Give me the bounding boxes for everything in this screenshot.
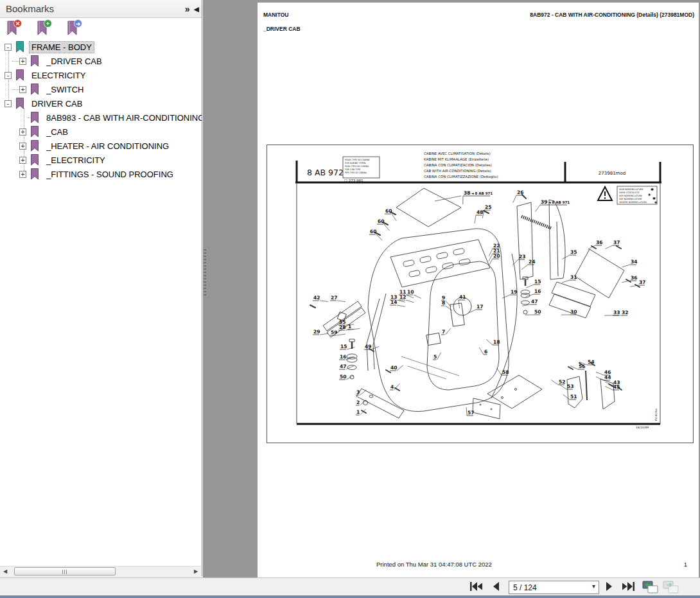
bookmarks-panel-title: Bookmarks: [6, 3, 54, 14]
bookmark-item[interactable]: +_SWITCH: [0, 82, 202, 96]
bookmark-item-label[interactable]: DRIVER CAB: [30, 98, 84, 109]
bookmark-item-label[interactable]: _SWITCH: [44, 84, 86, 95]
bookmark-item-label[interactable]: _FITTINGS - SOUND PROOFING: [44, 169, 175, 180]
bookmark-item[interactable]: -DRIVER CAB: [0, 96, 202, 110]
previous-page-button[interactable]: [491, 581, 505, 594]
bookmark-item[interactable]: +_DRIVER CAB: [0, 54, 202, 68]
drawing-title-line: KABINE MIT KLIMAALAGE (Einzelteile): [424, 157, 489, 161]
bookmark-item[interactable]: +_CAB: [0, 125, 202, 139]
expand-plus-icon[interactable]: +: [19, 128, 26, 136]
bookmark-ribbon-icon: [30, 112, 39, 123]
part-callout: 4: [390, 384, 394, 390]
delete-bookmark-button[interactable]: ✕: [6, 19, 22, 36]
goto-badge-icon: ➜: [74, 19, 82, 28]
window-bottom-edge: [0, 595, 700, 598]
horizontal-scrollbar[interactable]: ◀ ▶: [0, 566, 201, 576]
pdf-viewer-window: Bookmarks » ◀ ✕ + ➜: [0, 0, 700, 598]
scrollbar-thumb[interactable]: [14, 567, 116, 576]
part-callout: 18: [493, 339, 500, 345]
double-chevron-right-icon[interactable]: »: [185, 4, 189, 14]
cab-type-ref: ☐ 273 981: [344, 179, 363, 182]
part-callout: 16: [534, 288, 541, 294]
drawing-title-line: CABINA CON CLIMATIZACION (Detalles): [424, 163, 492, 167]
expand-plus-icon[interactable]: +: [19, 157, 26, 164]
part-callout: 16: [340, 354, 346, 360]
drawing-inner-border: [297, 182, 660, 424]
part-callout: 34: [631, 259, 637, 265]
bookmark-item-label[interactable]: FRAME - BODY: [30, 42, 94, 53]
goto-bookmark-button[interactable]: ➜: [67, 19, 82, 36]
add-bookmark-button[interactable]: +: [37, 19, 52, 36]
page-number-input[interactable]: 5 / 124 ▾: [509, 581, 599, 594]
asterisk-mark: ✱: [652, 196, 656, 200]
page-header-brand: MANITOU: [263, 12, 289, 18]
bookmark-item[interactable]: +_ELECTRICITY: [0, 153, 202, 167]
asterisk-mark: ✱: [648, 193, 651, 197]
bookmark-item[interactable]: 8AB983 - CAB WITH AIR-CONDITIONING: [0, 110, 202, 125]
part-callouts: 38◄ 8 AB 9712639◄ 8 AB 97125486060602221…: [313, 189, 645, 416]
bookmark-item[interactable]: -FRAME - BODY: [0, 40, 202, 54]
expand-plus-icon[interactable]: +: [19, 171, 26, 178]
next-page-button[interactable]: [604, 581, 618, 594]
part-callout: 32: [622, 310, 628, 315]
printed-on-text: Printed on Thu Mar 31 04:47:08 UTC 2022: [376, 561, 492, 568]
bookmark-item-label[interactable]: 8AB983 - CAB WITH AIR-CONDITIONING: [44, 112, 202, 123]
part-callout: 38◄ 8 AB 971: [464, 190, 493, 196]
bookmark-ribbon-icon: [30, 126, 39, 137]
expand-plus-icon[interactable]: +: [19, 58, 26, 65]
part-callout: 15: [340, 344, 347, 349]
collapse-panel-icon[interactable]: ◀: [194, 4, 198, 14]
bookmarks-tree: -FRAME - BODY+_DRIVER CAB-ELECTRICITY+_S…: [0, 40, 202, 563]
cab-type-note-line: POUR TYPE DE CABINE: [345, 159, 370, 161]
collapse-minus-icon[interactable]: -: [4, 72, 12, 79]
part-callout: 57: [468, 410, 474, 416]
part-callout: 36: [631, 275, 637, 281]
expand-plus-icon[interactable]: +: [19, 143, 26, 150]
part-callout: 48: [477, 209, 483, 215]
scroll-left-arrow-icon[interactable]: ◀: [1, 567, 10, 576]
last-page-button[interactable]: [622, 581, 636, 594]
nomenclature-note-line: SEE NOMENCLATURE: [619, 198, 642, 200]
first-page-button[interactable]: [469, 581, 483, 594]
part-callout: 52: [559, 379, 565, 385]
part-callout: 8: [442, 300, 445, 306]
expand-plus-icon[interactable]: +: [19, 86, 26, 93]
part-callout: 35: [570, 249, 577, 255]
part-callout: 60: [385, 208, 392, 214]
nomenclature-note-line: VOIR NOMENCLATURE: [619, 188, 643, 191]
collapse-minus-icon[interactable]: -: [4, 100, 12, 107]
part-callout: 12: [399, 294, 406, 300]
scroll-right-arrow-icon[interactable]: ▶: [191, 567, 200, 576]
part-callout: 59: [331, 330, 337, 335]
part-callout: 36: [596, 240, 602, 245]
bookmark-item[interactable]: -ELECTRICITY: [0, 68, 202, 82]
bookmark-item-label[interactable]: _HEATER - AIR CONDITIONING: [44, 141, 171, 152]
drawing-title-line: CABINE AVEC CLIMATISATION (Détails): [424, 152, 491, 155]
bookmark-item-label[interactable]: _CAB: [44, 127, 70, 137]
bookmark-item[interactable]: +_FITTINGS - SOUND PROOFING: [0, 167, 202, 181]
bookmark-item-label[interactable]: _DRIVER CAB: [44, 56, 104, 67]
next-view-button[interactable]: [663, 581, 679, 594]
chevron-down-icon[interactable]: ▾: [592, 583, 595, 590]
part-callout: 23: [519, 254, 525, 259]
part-callout: 19: [511, 289, 517, 295]
bookmark-item[interactable]: +_HEATER - AIR CONDITIONING: [0, 139, 202, 153]
nomenclature-note-line: VER NOMENCLATURA: [619, 195, 643, 197]
part-callout: 27: [331, 295, 337, 301]
bookmark-item-label[interactable]: _ELECTRICITY: [44, 155, 107, 166]
part-callout: 60: [370, 229, 376, 234]
bookmark-ribbon-icon: [30, 168, 39, 180]
previous-view-button[interactable]: [642, 581, 659, 594]
part-callout: 58: [502, 369, 509, 375]
bookmark-item-label[interactable]: ELECTRICITY: [30, 70, 88, 81]
page-number-value: 5 / 124: [513, 583, 537, 592]
fastener-stack-right: [521, 277, 530, 314]
panel-splitter-handle[interactable]: [204, 249, 206, 297]
collapse-minus-icon[interactable]: -: [4, 44, 12, 51]
bookmark-ribbon-icon: [15, 41, 24, 53]
bookmarks-panel: Bookmarks » ◀ ✕ + ➜: [0, 0, 202, 576]
part-callout: 30: [570, 309, 577, 315]
part-callout: 14: [390, 299, 397, 305]
part-callout: 45: [613, 384, 620, 390]
document-background: MANITOU 8AB972 - CAB WITH AIR-CONDITIONI…: [203, 0, 700, 577]
